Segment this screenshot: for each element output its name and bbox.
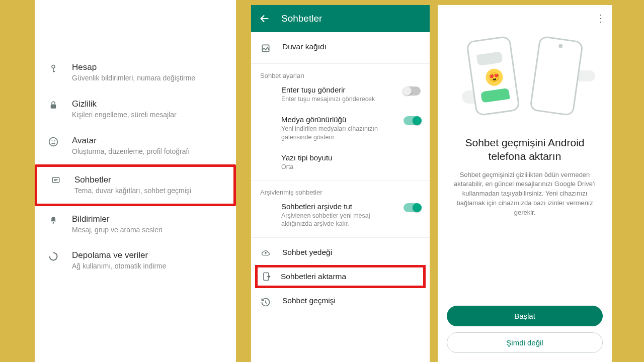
svg-rect-7 [52,177,59,183]
row-label: Sohbet geçmişi [282,296,336,305]
overflow-menu-button[interactable]: ⋮ [596,12,606,24]
row-sub: Enter tuşu mesajınızı gönderecek [281,95,375,103]
row-label: Duvar kağıdı [282,42,327,51]
item-subtitle: Kişileri engelleme, süreli mesajlar [72,110,177,120]
not-now-button[interactable]: Şimdi değil [447,332,603,353]
cloud-upload-icon [260,248,271,257]
svg-point-4 [49,137,58,146]
divider [251,180,430,180]
row-sub: Yeni indirilen medyaları cihazınızın gal… [281,125,387,141]
row-label: Enter tuşu gönderir [281,85,375,94]
row-label: Sohbet yedeği [282,248,332,257]
lock-icon [47,99,60,110]
settings-list: Hesap Güvenlik bildirimleri, numara deği… [35,49,236,279]
divider [251,63,430,64]
item-subtitle: Oluşturma, düzenleme, profil fotoğrafı [72,147,190,156]
item-subtitle: Ağ kullanımı, otomatik indirme [72,261,167,271]
transfer-heading: Sohbet geçmişini Android telefona aktarı… [438,121,612,163]
row-sub: Orta [281,163,332,171]
key-icon [47,62,60,74]
phone-right-icon [529,36,584,117]
svg-point-5 [51,140,52,141]
settings-item-notifications[interactable]: Bildirimler Mesaj, grup ve arama sesleri [35,206,236,243]
emoji-icon: 😍 [485,67,504,86]
svg-point-10 [53,222,54,223]
settings-screen: Hesap Güvenlik bildirimleri, numara deği… [35,0,236,362]
chats-item-transfer[interactable]: Sohbetleri aktarma [255,265,426,288]
chats-item-media-visibility[interactable]: Medya görünürlüğü Yeni indirilen medyala… [251,109,430,147]
settings-item-account[interactable]: Hesap Güvenlik bildirimleri, numara deği… [35,54,236,91]
settings-item-storage[interactable]: Depolama ve veriler Ağ kullanımı, otomat… [35,242,236,279]
settings-item-avatar[interactable]: Avatar Oluşturma, düzenleme, profil foto… [35,128,236,164]
item-subtitle: Güvenlik bildirimleri, numara değiştirme [72,73,195,83]
divider [251,237,430,238]
chats-item-keep-archived[interactable]: Sohbetleri arşivde tut Arşivlenen sohbet… [251,196,430,234]
history-icon [260,296,271,307]
phone-left-icon: 😍 [466,36,520,117]
wallpaper-icon [260,42,271,53]
start-button[interactable]: Başlat [447,306,603,326]
chats-item-enter-send[interactable]: Enter tuşu gönderir Enter tuşu mesajınız… [251,79,430,109]
bubble-icon [476,51,503,66]
row-sub: Arşivlenen sohbetler yeni mesaj aldığını… [281,212,387,228]
transfer-illustration: 😍 [467,35,583,121]
media-visibility-toggle[interactable] [404,116,421,125]
bubble-icon [480,88,510,103]
avatar-icon [47,136,60,147]
chats-settings-screen: Sohbetler Duvar kağıdı Sohbet ayarları E… [251,5,430,362]
svg-point-6 [54,140,55,141]
keep-archived-toggle[interactable] [404,203,421,212]
appbar: Sohbetler [251,5,430,32]
chats-item-history[interactable]: Sohbet geçmişi [251,289,430,314]
transfer-chats-screen: ⋮ 😍 Sohbet geçmişini Android telefona ak… [438,5,612,362]
button-group: Başlat Şimdi değil [438,306,612,353]
chats-item-wallpaper[interactable]: Duvar kağıdı [251,35,430,60]
data-usage-icon [47,250,60,261]
row-label: Sohbetleri aktarma [281,272,346,281]
bell-icon [47,214,60,225]
row-label: Medya görünürlüğü [281,115,387,124]
item-subtitle: Tema, duvar kağıtları, sohbet geçmişi [74,186,191,196]
svg-rect-2 [53,71,55,72]
appbar-title: Sohbetler [281,13,322,24]
item-title: Bildirimler [72,214,163,224]
svg-point-0 [52,65,55,68]
back-button[interactable] [259,13,270,24]
svg-rect-3 [51,104,56,108]
top-blank [49,0,222,49]
enter-send-toggle[interactable] [404,86,421,96]
item-title: Depolama ve veriler [72,250,167,260]
item-title: Hesap [72,62,195,72]
item-title: Gizlilik [72,99,177,109]
row-label: Sohbetleri arşivde tut [281,202,387,211]
camera-dot-icon [558,44,563,48]
item-title: Avatar [72,136,190,146]
section-archived: Arşivlenmiş sohbetler [251,184,430,196]
chats-item-backup[interactable]: Sohbet yedeği [251,241,430,264]
transfer-description: Sohbet geçmişinizi gizlilikten ödün verm… [438,163,612,218]
settings-item-chats[interactable]: Sohbetler Tema, duvar kağıtları, sohbet … [35,164,236,206]
item-title: Sohbetler [74,175,191,185]
section-chat-settings: Sohbet ayarları [251,67,430,79]
chats-item-font-size[interactable]: Yazı tipi boyutu Orta [251,147,430,177]
item-subtitle: Mesaj, grup ve arama sesleri [72,225,163,235]
row-label: Yazı tipi boyutu [281,153,332,162]
settings-item-privacy[interactable]: Gizlilik Kişileri engelleme, süreli mesa… [35,91,236,128]
chat-icon [49,175,62,185]
transfer-icon [261,272,272,282]
